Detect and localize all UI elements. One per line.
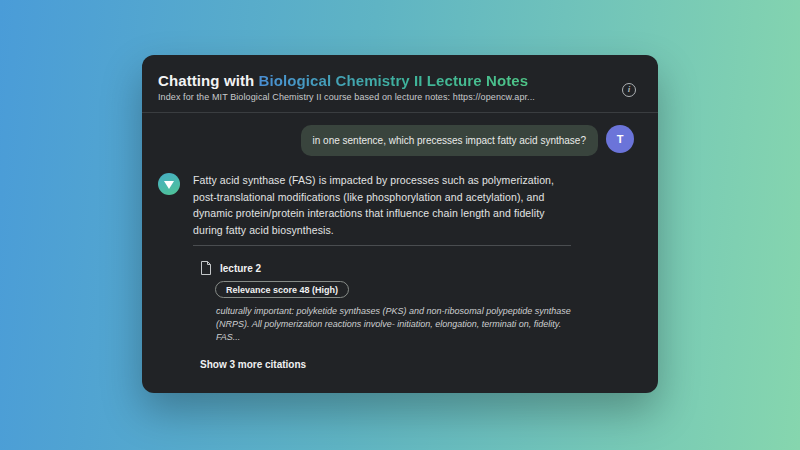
chat-header: Chatting with Biological Chemistry II Le… [142,55,658,113]
chat-area: in one sentence, which precesses impact … [142,113,658,372]
assistant-answer-text: Fatty acid synthase (FAS) is impacted by… [193,172,575,238]
chat-card: Chatting with Biological Chemistry II Le… [142,55,658,393]
assistant-message-row: Fatty acid synthase (FAS) is impacted by… [158,172,634,372]
user-message-bubble: in one sentence, which precesses impact … [301,125,598,156]
page-title: Chatting with Biological Chemistry II Le… [158,72,642,89]
citation-block: lecture 2 Relevance score 48 (High) cult… [200,261,575,372]
page-title-subject: Biological Chemistry II Lecture Notes [259,72,529,89]
citation-source-label: lecture 2 [220,263,261,274]
index-description: Index for the MIT Biological Chemistry I… [158,92,642,102]
info-icon[interactable]: i [622,83,636,97]
citation-source-row: lecture 2 [200,261,575,275]
user-avatar: T [606,125,634,153]
citation-snippet-text: culturally important: polyketide synthas… [216,305,575,344]
assistant-message-body: Fatty acid synthase (FAS) is impacted by… [193,172,575,372]
assistant-avatar [158,173,180,195]
document-icon [200,261,212,275]
user-message-row: in one sentence, which precesses impact … [158,125,634,156]
relevance-score-badge[interactable]: Relevance score 48 (High) [215,281,349,298]
page-title-prefix: Chatting with [158,72,259,89]
show-more-citations-button[interactable]: Show 3 more citations [200,359,306,370]
answer-citation-divider [193,245,571,246]
triangle-logo-icon [164,181,174,189]
